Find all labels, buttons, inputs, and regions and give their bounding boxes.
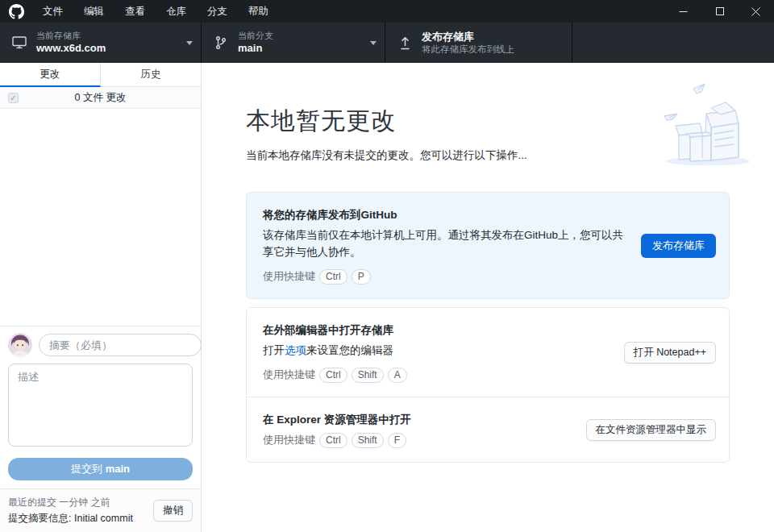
commit-form: 提交到 main bbox=[0, 326, 201, 488]
undo-commit-button[interactable]: 撤销 bbox=[153, 500, 193, 522]
tab-history[interactable]: 历史 bbox=[101, 63, 202, 87]
current-repository-label: 当前存储库 bbox=[36, 31, 106, 42]
sidebar-tabs: 更改 历史 bbox=[0, 63, 201, 87]
git-branch-icon bbox=[213, 35, 229, 50]
chevron-down-icon bbox=[186, 41, 193, 45]
editor-row-body: 打开选项来设置您的编辑器 bbox=[263, 343, 613, 360]
current-repository-button[interactable]: 当前存储库 www.x6d.com bbox=[0, 23, 202, 63]
current-branch-label: 当前分支 bbox=[238, 31, 273, 42]
commit-to-branch-button[interactable]: 提交到 main bbox=[8, 458, 193, 480]
key-ctrl: Ctrl bbox=[319, 269, 347, 285]
toolbar: 当前存储库 www.x6d.com 当前分支 main 发布存储库 将此存储库发… bbox=[0, 23, 774, 63]
suggested-actions: 将您的存储库发布到GitHub 该存储库当前仅在本地计算机上可用。通过将其发布在… bbox=[246, 192, 730, 463]
recent-commit-summary: 提交摘要信息: Initial commit bbox=[8, 512, 153, 526]
key-ctrl: Ctrl bbox=[319, 368, 347, 383]
commit-summary-input[interactable] bbox=[39, 334, 202, 356]
key-f: F bbox=[388, 433, 406, 448]
main-content: 本地暂无更改 当前本地存储库没有未提交的更改。您可以进行以下操作... 将您的存… bbox=[202, 63, 774, 532]
commit-description-textarea[interactable] bbox=[8, 364, 193, 447]
show-in-explorer-button[interactable]: 在文件资源管理器中显示 bbox=[586, 419, 717, 441]
publish-to-github-card: 将您的存储库发布到GitHub 该存储库当前仅在本地计算机上可用。通过将其发布在… bbox=[246, 192, 730, 299]
open-actions-card: 在外部编辑器中打开存储库 打开选项来设置您的编辑器 使用快捷键 Ctrl Shi… bbox=[246, 307, 730, 463]
recent-commit-strip: 最近的提交 一分钟 之前 提交摘要信息: Initial commit 撤销 bbox=[0, 488, 201, 532]
explorer-row-title: 在 Explorer 资源管理器中打开 bbox=[263, 413, 575, 427]
key-a: A bbox=[388, 368, 407, 383]
publish-card-title: 将您的存储库发布到GitHub bbox=[263, 208, 630, 222]
editor-row-title: 在外部编辑器中打开存储库 bbox=[263, 323, 613, 338]
app-body: 更改 历史 ✓ 0 文件 更改 提交到 main 最近的提交 一分钟 之前 提交… bbox=[0, 63, 774, 532]
maximize-button[interactable] bbox=[701, 0, 738, 23]
current-branch-button[interactable]: 当前分支 main bbox=[202, 23, 385, 63]
current-repository-name: www.x6d.com bbox=[36, 42, 106, 55]
explorer-shortcut-row: 使用快捷键 Ctrl Shift F bbox=[263, 433, 575, 448]
options-link[interactable]: 选项 bbox=[285, 344, 306, 356]
window-controls bbox=[665, 0, 774, 23]
key-ctrl: Ctrl bbox=[319, 433, 347, 448]
files-changed-label: 0 文件 更改 bbox=[19, 91, 182, 105]
titlebar: 文件 编辑 查看 仓库 分支 帮助 bbox=[0, 0, 774, 23]
computer-icon bbox=[11, 36, 27, 49]
menu-bar: 文件 编辑 查看 仓库 分支 帮助 bbox=[32, 0, 279, 23]
open-notepad-button[interactable]: 打开 Notepad++ bbox=[624, 342, 716, 364]
shortcut-label: 使用快捷键 bbox=[263, 269, 315, 284]
github-logo-icon bbox=[0, 4, 32, 19]
editor-shortcut-row: 使用快捷键 Ctrl Shift A bbox=[263, 368, 613, 383]
menu-branch[interactable]: 分支 bbox=[197, 0, 238, 23]
publish-repository-toolbar-button[interactable]: 发布存储库 将此存储库发布到线上 bbox=[385, 23, 572, 63]
avatar bbox=[8, 333, 32, 357]
key-shift: Shift bbox=[352, 433, 384, 448]
key-p: P bbox=[352, 269, 371, 285]
upload-icon bbox=[397, 36, 413, 50]
menu-edit[interactable]: 编辑 bbox=[73, 0, 114, 23]
files-changed-row: ✓ 0 文件 更改 bbox=[0, 87, 201, 109]
commit-button-label: 提交到 bbox=[71, 463, 106, 475]
shortcut-label: 使用快捷键 bbox=[263, 433, 315, 447]
publish-repository-subtitle: 将此存储库发布到线上 bbox=[422, 44, 514, 55]
menu-repository[interactable]: 仓库 bbox=[156, 0, 197, 23]
chevron-down-icon bbox=[370, 41, 377, 45]
open-in-explorer-row: 在 Explorer 资源管理器中打开 使用快捷键 Ctrl Shift F 在… bbox=[247, 397, 729, 462]
shortcut-label: 使用快捷键 bbox=[263, 368, 315, 382]
open-in-editor-row: 在外部编辑器中打开存储库 打开选项来设置您的编辑器 使用快捷键 Ctrl Shi… bbox=[247, 308, 729, 397]
changed-files-list bbox=[0, 109, 201, 326]
publish-repository-title: 发布存储库 bbox=[422, 31, 514, 44]
publish-shortcut-row: 使用快捷键 Ctrl P bbox=[263, 269, 630, 285]
close-button[interactable] bbox=[738, 0, 774, 23]
minimize-button[interactable] bbox=[665, 0, 701, 23]
key-shift: Shift bbox=[352, 368, 384, 383]
tab-changes[interactable]: 更改 bbox=[0, 63, 101, 87]
recent-commit-time: 最近的提交 一分钟 之前 bbox=[8, 496, 153, 509]
sidebar: 更改 历史 ✓ 0 文件 更改 提交到 main 最近的提交 一分钟 之前 提交… bbox=[0, 63, 202, 532]
menu-file[interactable]: 文件 bbox=[32, 0, 73, 23]
menu-view[interactable]: 查看 bbox=[114, 0, 156, 23]
current-branch-name: main bbox=[238, 42, 273, 55]
publish-card-body: 该存储库当前仅在本地计算机上可用。通过将其发布在GitHub上，您可以共享它并与… bbox=[263, 227, 630, 261]
select-all-checkbox[interactable]: ✓ bbox=[8, 93, 19, 103]
menu-help[interactable]: 帮助 bbox=[238, 0, 279, 23]
publish-repository-button[interactable]: 发布存储库 bbox=[641, 234, 716, 258]
commit-button-branch: main bbox=[106, 463, 130, 475]
boxes-illustration bbox=[658, 77, 753, 171]
